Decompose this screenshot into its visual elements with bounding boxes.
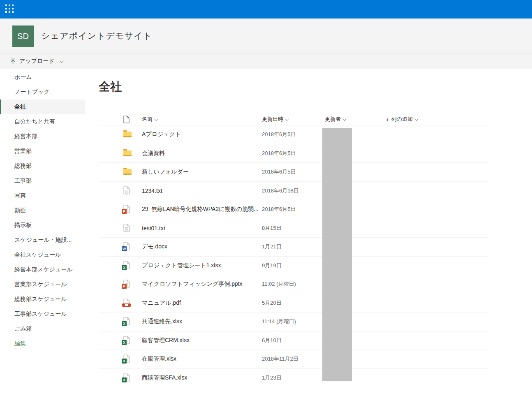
sidebar-item-label: 経営本部スケジュール	[14, 266, 73, 273]
modified-date: 2018年6月5日	[262, 131, 296, 138]
sidebar-item-スケジュール・施設...[interactable]: スケジュール・施設...	[0, 233, 85, 248]
upload-label: アップロード	[19, 58, 55, 65]
column-header-modified[interactable]: 更新日時	[262, 113, 288, 125]
chevron-down-icon	[342, 117, 347, 121]
file-icon-cell: W X P	[123, 242, 132, 251]
sidebar-item-ホーム[interactable]: ホーム	[0, 70, 85, 85]
file-row[interactable]: W X P	[99, 219, 488, 238]
column-header-editor[interactable]: 更新者	[325, 113, 345, 125]
sidebar-item-label: 経営本部	[14, 133, 37, 140]
file-icon-cell: W X P	[123, 167, 132, 176]
redaction-overlay	[322, 128, 352, 381]
chevron-down-icon	[285, 117, 289, 121]
file-name: 会議資料	[142, 150, 165, 157]
sidebar-item-全社スケジュール[interactable]: 全社スケジュール	[0, 248, 85, 262]
sidebar-item-工事部スケジュール[interactable]: 工事部スケジュール	[0, 307, 85, 322]
sidebar-item-label: スケジュール・施設...	[14, 236, 72, 244]
sidebar-item-総務部スケジュール[interactable]: 総務部スケジュール	[0, 292, 85, 307]
modified-date: 11:14 (月曜日)	[262, 318, 296, 325]
sidebar-item-label: 総務部スケジュール	[14, 296, 67, 303]
upload-icon	[10, 58, 16, 65]
modified-date: 5月20日	[262, 299, 282, 307]
modified-date: 1月23日	[262, 374, 282, 382]
sidebar: ホーム ノートブック 全社 自分たちと共有 経営本部 営業部 総務部 工事部 写…	[0, 69, 85, 396]
chevron-down-icon	[414, 117, 419, 121]
sidebar-item-label: ノートブック	[14, 88, 50, 96]
column-header-name[interactable]: 名前	[142, 113, 157, 125]
excel-file-icon: X	[123, 373, 132, 382]
chevron-down-icon	[60, 59, 64, 63]
site-logo[interactable]: SD	[12, 25, 34, 47]
upload-button[interactable]: アップロード	[10, 53, 62, 69]
file-name: 共通連絡先.xlsx	[142, 318, 182, 325]
folder-icon	[123, 151, 132, 156]
modified-date: 2018年11月2日	[262, 355, 298, 363]
modified-date: 2018年6月5日	[262, 206, 296, 213]
document-icon	[123, 116, 130, 123]
text-file-icon	[123, 224, 132, 233]
add-column-button[interactable]: + 列の追加	[386, 113, 417, 125]
file-name: Aプロジェクト	[142, 131, 181, 138]
suite-bar	[0, 0, 532, 19]
app-launcher-icon[interactable]	[5, 5, 14, 14]
file-row[interactable]: W X P	[99, 182, 488, 201]
sidebar-item-label: ホーム	[14, 74, 32, 81]
modified-date: 6月10日	[262, 337, 282, 344]
sidebar-item-label: 編集	[14, 340, 26, 347]
sidebar-item-全社[interactable]: 全社	[0, 100, 85, 114]
powerpoint-file-icon: P	[123, 205, 132, 214]
modified-date: 2018年6月5日	[262, 168, 296, 176]
modified-date: 2018年6月5日	[262, 150, 296, 157]
sidebar-item-営業部[interactable]: 営業部	[0, 144, 85, 159]
word-file-icon: W	[123, 242, 132, 251]
file-row[interactable]: W X P	[99, 294, 488, 313]
file-icon-cell: W X P	[123, 261, 132, 270]
file-row[interactable]: W X P	[99, 163, 488, 182]
file-row[interactable]: W X P	[99, 275, 488, 294]
sidebar-item-掲示板[interactable]: 掲示板	[0, 218, 85, 233]
file-row[interactable]: W X P	[99, 369, 488, 388]
sidebar-item-label: 動画	[14, 207, 26, 214]
file-row[interactable]: W X P	[99, 238, 488, 257]
excel-file-icon: X	[123, 336, 132, 345]
file-row[interactable]: W X P	[99, 125, 488, 144]
sidebar-item-写真[interactable]: 写真	[0, 188, 85, 203]
main-content: 全社 名前 更新日時 更新者 + 列の追加	[86, 69, 532, 396]
sidebar-item-工事部[interactable]: 工事部	[0, 174, 85, 188]
sidebar-item-総務部[interactable]: 総務部	[0, 159, 85, 174]
sidebar-item-経営本部[interactable]: 経営本部	[0, 129, 85, 144]
sidebar-item-動画[interactable]: 動画	[0, 203, 85, 218]
file-name: デモ.docx	[142, 243, 167, 250]
file-row[interactable]: W X P	[99, 313, 488, 331]
file-name: 在庫管理.xlsx	[142, 355, 176, 363]
sidebar-item-label: 写真	[14, 192, 26, 199]
sidebar-item-編集[interactable]: 編集	[0, 336, 85, 351]
file-name: マイクロソフトフィッシング事例.pptx	[142, 280, 243, 288]
modified-date: 9月19日	[262, 262, 282, 269]
sidebar-item-ノートブック[interactable]: ノートブック	[0, 85, 85, 100]
file-row[interactable]: W X P	[99, 331, 488, 350]
file-name: 新しいフォルダー	[142, 168, 189, 176]
file-row[interactable]: W X P	[99, 350, 488, 369]
sidebar-item-自分たちと共有[interactable]: 自分たちと共有	[0, 114, 85, 129]
plus-icon: +	[386, 116, 389, 123]
file-name: 1234.txt	[142, 188, 162, 194]
file-type-column-header[interactable]	[123, 113, 130, 125]
sidebar-item-営業部スケジュール[interactable]: 営業部スケジュール	[0, 277, 85, 292]
sidebar-item-ごみ箱[interactable]: ごみ箱	[0, 322, 85, 336]
site-title: シェアポイントデモサイト	[41, 19, 152, 53]
sidebar-item-label: 自分たちと共有	[14, 118, 55, 125]
pdf-file-icon	[123, 299, 132, 308]
file-icon-cell: W X P	[123, 299, 132, 308]
file-icon-cell: W X P	[123, 317, 132, 326]
text-file-icon	[123, 186, 132, 195]
sidebar-item-label: 営業部	[14, 148, 32, 155]
file-name: マニュアル.pdf	[142, 299, 181, 307]
sidebar-item-経営本部スケジュール[interactable]: 経営本部スケジュール	[0, 262, 85, 277]
file-name: プロジェクト管理シート1.xlsx	[142, 262, 221, 269]
file-row[interactable]: W X P	[99, 257, 488, 276]
folder-icon	[123, 132, 132, 137]
modified-date: 8月15日	[262, 225, 282, 232]
file-row[interactable]: W X P	[99, 200, 488, 219]
file-row[interactable]: W X P	[99, 144, 488, 163]
